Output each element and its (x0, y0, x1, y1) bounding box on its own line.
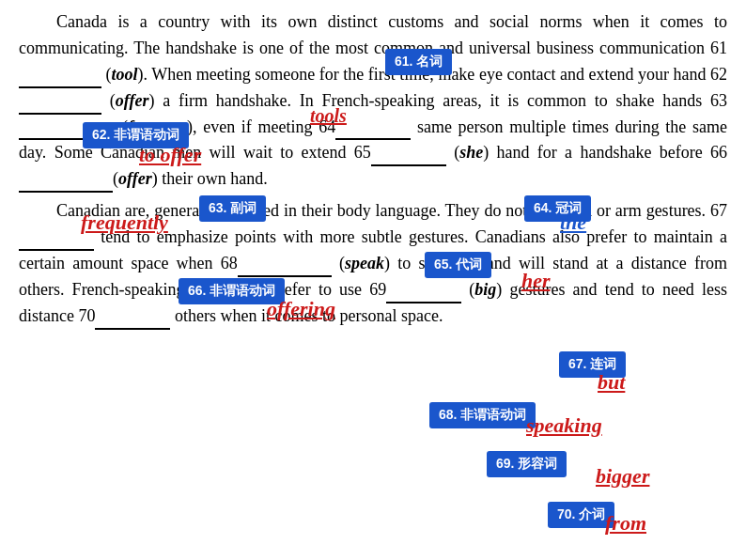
answer-69: bigger (596, 460, 649, 492)
answer-63: frequently (81, 207, 168, 239)
paragraph-1: Canada is a country with its own distinc… (19, 9, 727, 193)
answer-66: offering (267, 293, 335, 325)
answer-65: her (521, 265, 551, 297)
answer-68: speaking (526, 410, 602, 442)
answer-62: to offer (139, 139, 201, 171)
answer-70: from (605, 507, 646, 539)
label-63: 63. 副词 (199, 195, 266, 222)
main-content: 61. 名词 62. 非谓语动词 63. 副词 64. 冠词 65. 代词 66… (0, 0, 746, 345)
label-65: 65. 代词 (425, 252, 491, 278)
label-68: 68. 非谓语动词 (429, 402, 536, 428)
label-61: 61. 名词 (385, 49, 452, 75)
answer-67: but (598, 366, 625, 398)
label-69: 69. 形容词 (487, 451, 567, 477)
answer-64: the (560, 207, 586, 239)
answer-61: tools (310, 101, 347, 131)
